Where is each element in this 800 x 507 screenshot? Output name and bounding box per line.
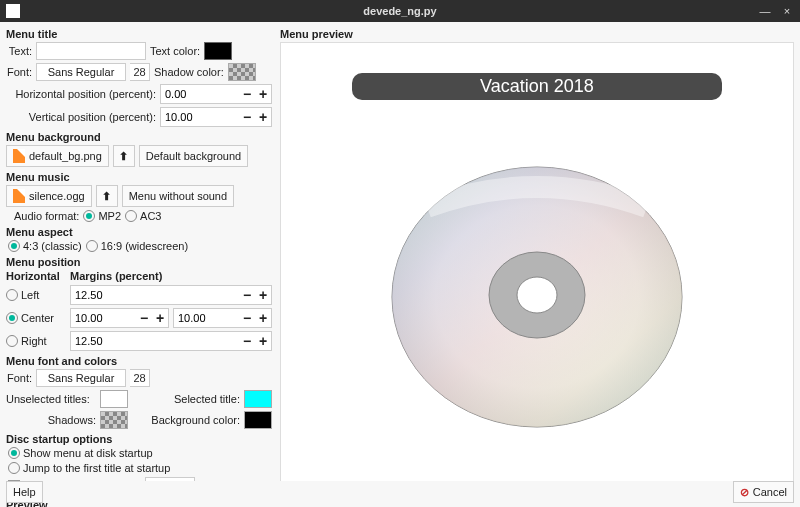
margin-center1-inc[interactable]: + bbox=[152, 310, 168, 326]
mfc-font-size[interactable]: 28 bbox=[130, 369, 150, 387]
margin-center2-inc[interactable]: + bbox=[255, 310, 271, 326]
margin-right-inc[interactable]: + bbox=[255, 333, 271, 349]
unselected-color-swatch[interactable] bbox=[100, 390, 128, 408]
unselected-titles-label: Unselected titles: bbox=[6, 393, 96, 405]
aspect-widescreen-radio[interactable]: 16:9 (widescreen) bbox=[86, 240, 188, 252]
pos-right-radio[interactable]: Right bbox=[6, 335, 66, 347]
font-label: Font: bbox=[6, 66, 32, 78]
show-menu-radio[interactable]: Show menu at disk startup bbox=[8, 447, 153, 459]
menu-title-text-input[interactable] bbox=[36, 42, 146, 60]
hpos-decrement[interactable]: − bbox=[239, 86, 255, 102]
horizontal-label: Horizontal bbox=[6, 270, 66, 282]
margin-right-input[interactable] bbox=[71, 332, 111, 350]
upload-icon: ⬆ bbox=[119, 150, 128, 163]
pos-center-radio[interactable]: Center bbox=[6, 312, 66, 324]
disc-startup-header: Disc startup options bbox=[6, 433, 272, 445]
hpos-label: Horizontal position (percent): bbox=[6, 88, 156, 100]
menu-position-header: Menu position bbox=[6, 256, 272, 268]
margin-center2-dec[interactable]: − bbox=[239, 310, 255, 326]
vpos-decrement[interactable]: − bbox=[239, 109, 255, 125]
upload-icon: ⬆ bbox=[102, 190, 111, 203]
shadow-color-swatch[interactable] bbox=[228, 63, 256, 81]
music-upload-button[interactable]: ⬆ bbox=[96, 185, 118, 207]
margin-center2-input[interactable] bbox=[174, 309, 214, 327]
audio-format-mp2-radio[interactable]: MP2 bbox=[83, 210, 121, 222]
shadows-label: Shadows: bbox=[6, 414, 96, 426]
default-background-button[interactable]: Default background bbox=[139, 145, 248, 167]
cancel-icon: ⊘ bbox=[740, 486, 749, 499]
app-icon bbox=[6, 4, 20, 18]
menu-without-sound-button[interactable]: Menu without sound bbox=[122, 185, 234, 207]
bgcolor-swatch[interactable] bbox=[244, 411, 272, 429]
mfc-font-label: Font: bbox=[6, 372, 32, 384]
cancel-button[interactable]: ⊘ Cancel bbox=[733, 481, 794, 503]
selected-color-swatch[interactable] bbox=[244, 390, 272, 408]
margins-label: Margins (percent) bbox=[70, 270, 162, 282]
menu-aspect-header: Menu aspect bbox=[6, 226, 272, 238]
menu-title-header: Menu title bbox=[6, 28, 272, 40]
hpos-input[interactable] bbox=[161, 85, 201, 103]
window-title: devede_ng.py bbox=[0, 5, 800, 17]
text-label: Text: bbox=[6, 45, 32, 57]
jump-first-radio[interactable]: Jump to the first title at startup bbox=[8, 462, 170, 474]
close-icon[interactable]: × bbox=[780, 5, 794, 17]
margin-center1-dec[interactable]: − bbox=[136, 310, 152, 326]
help-button[interactable]: Help bbox=[6, 481, 43, 503]
margin-right-dec[interactable]: − bbox=[239, 333, 255, 349]
text-color-label: Text color: bbox=[150, 45, 200, 57]
vpos-increment[interactable]: + bbox=[255, 109, 271, 125]
preview-area: Vacation 2018 bbox=[280, 42, 794, 503]
background-file-button[interactable]: default_bg.png bbox=[6, 145, 109, 167]
margin-left-input[interactable] bbox=[71, 286, 111, 304]
audio-format-label: Audio format: bbox=[14, 210, 79, 222]
aspect-classic-radio[interactable]: 4:3 (classic) bbox=[8, 240, 82, 252]
mfc-font-name[interactable]: Sans Regular bbox=[36, 369, 126, 387]
menu-background-header: Menu background bbox=[6, 131, 272, 143]
preview-title-banner: Vacation 2018 bbox=[352, 73, 722, 100]
shadows-color-swatch[interactable] bbox=[100, 411, 128, 429]
background-file-name: default_bg.png bbox=[29, 150, 102, 162]
font-name-display[interactable]: Sans Regular bbox=[36, 63, 126, 81]
minimize-icon[interactable]: — bbox=[758, 5, 772, 17]
svg-point-3 bbox=[517, 277, 557, 313]
margin-center1-input[interactable] bbox=[71, 309, 111, 327]
margin-left-dec[interactable]: − bbox=[239, 287, 255, 303]
bgcolor-label: Background color: bbox=[132, 414, 240, 426]
margin-left-inc[interactable]: + bbox=[255, 287, 271, 303]
menu-preview-header: Menu preview bbox=[280, 28, 794, 40]
music-file-name: silence.ogg bbox=[29, 190, 85, 202]
background-upload-button[interactable]: ⬆ bbox=[113, 145, 135, 167]
file-icon bbox=[13, 189, 25, 203]
music-file-button[interactable]: silence.ogg bbox=[6, 185, 92, 207]
menu-font-colors-header: Menu font and colors bbox=[6, 355, 272, 367]
menu-music-header: Menu music bbox=[6, 171, 272, 183]
font-size-display[interactable]: 28 bbox=[130, 63, 150, 81]
disc-image bbox=[387, 147, 687, 447]
audio-format-ac3-radio[interactable]: AC3 bbox=[125, 210, 161, 222]
vpos-input[interactable] bbox=[161, 108, 201, 126]
shadow-color-label: Shadow color: bbox=[154, 66, 224, 78]
pos-left-radio[interactable]: Left bbox=[6, 289, 66, 301]
vpos-label: Vertical position (percent): bbox=[6, 111, 156, 123]
file-icon bbox=[13, 149, 25, 163]
selected-title-label: Selected title: bbox=[132, 393, 240, 405]
text-color-swatch[interactable] bbox=[204, 42, 232, 60]
hpos-increment[interactable]: + bbox=[255, 86, 271, 102]
